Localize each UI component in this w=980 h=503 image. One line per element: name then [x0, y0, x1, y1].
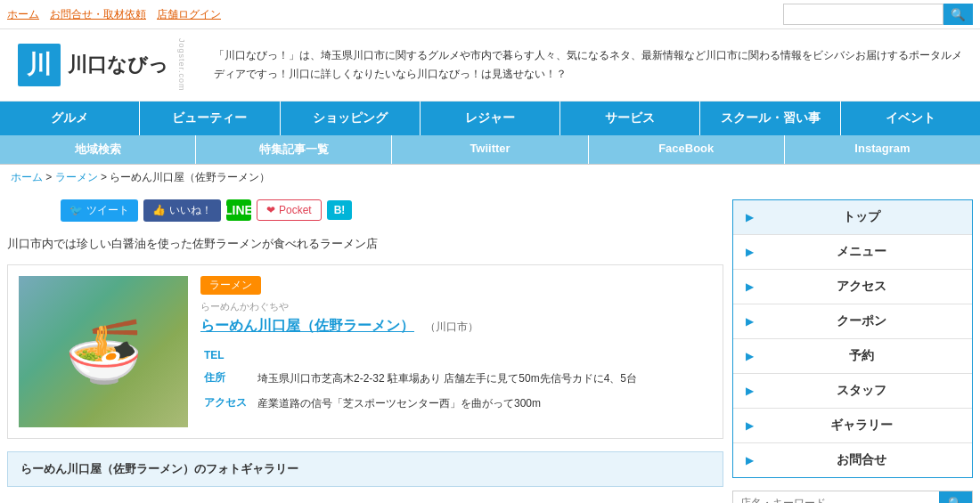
shop-login-link[interactable]: 店舗ログイン [157, 7, 221, 22]
sidebar: ▶ トップ ▶ メニュー ▶ アクセス ▶ クーポン ▶ 予約 ▶ スタッフ [732, 191, 973, 503]
sidebar-staff-label: スタッフ [763, 383, 960, 399]
like-icon: 👍 [152, 204, 166, 216]
sidebar-menu-item[interactable]: ▶ メニュー [733, 235, 972, 270]
logo-icon: 川 [18, 44, 61, 86]
sidebar-contact[interactable]: ▶ お問合せ [733, 443, 972, 477]
nav-school[interactable]: スクール・習い事 [700, 101, 840, 135]
top-nav: ホーム お問合せ・取材依頼 店舗ログイン [7, 7, 783, 22]
subnav-area[interactable]: 地域検索 [0, 135, 196, 164]
table-row-address: 住所 埼玉県川口市芝高木2-2-32 駐車場あり 店舗左手に見て50m先信号カド… [200, 366, 712, 391]
sub-nav: 地域検索 特集記事一覧 Twiitter FaceBook Instagram [0, 135, 980, 165]
tweet-button[interactable]: 🐦 ツイート [61, 199, 138, 222]
pocket-label: Pocket [279, 204, 312, 216]
line-button[interactable]: LINE [226, 199, 251, 221]
top-search-button[interactable]: 🔍 [943, 4, 973, 25]
main-nav: グルメ ビューティー ショッピング レジャー サービス スクール・習い事 イベン… [0, 101, 980, 135]
sidebar-arrow-access: ▶ [746, 280, 754, 293]
content-wrapper: 🐦 ツイート 👍 いいね！ LINE ❤ Pocket B! 川口市内では珍しい… [0, 191, 980, 503]
sidebar-gallery[interactable]: ▶ ギャラリー [733, 409, 972, 443]
sidebar-top-label: トップ [763, 209, 960, 225]
nav-gourmet[interactable]: グルメ [0, 101, 140, 135]
info-table: TEL 住所 埼玉県川口市芝高木2-2-32 駐車場あり 店舗左手に見て50m先… [200, 345, 712, 416]
logo-area: 川 川口なびっ Jogster.com [18, 38, 196, 92]
subnav-twitter[interactable]: Twiitter [392, 135, 588, 164]
home-link[interactable]: ホーム [7, 7, 39, 22]
sidebar-arrow-staff: ▶ [746, 385, 754, 397]
restaurant-card: 🍜 ラーメン らーめんかわぐちや らーめん川口屋（佐野ラーメン） （川口市） T… [7, 264, 723, 439]
b-label: B! [334, 204, 346, 216]
logo-watermark: Jogster.com [177, 38, 186, 92]
site-description: 「川口なびっ！」は、埼玉県川口市に関するグルメや市内で暮らす人々、気になるネタ、… [214, 46, 962, 83]
pocket-icon: ❤ [266, 204, 275, 216]
sidebar-arrow-reservation: ▶ [746, 350, 754, 362]
sidebar-coupon[interactable]: ▶ クーポン [733, 304, 972, 339]
restaurant-image: 🍜 [19, 276, 188, 427]
nav-event[interactable]: イベント [841, 101, 980, 135]
category-badge: ラーメン [200, 276, 261, 295]
sidebar-coupon-label: クーポン [763, 313, 960, 329]
shop-name[interactable]: らーめん川口屋（佐野ラーメン） [200, 318, 414, 333]
sidebar-gallery-label: ギャラリー [763, 418, 960, 434]
line-icon: LINE [225, 203, 253, 217]
address-label: 住所 [200, 366, 254, 391]
gallery-section: らーめん川口屋（佐野ラーメン）のフォトギャラリー [7, 451, 723, 487]
nav-beauty[interactable]: ビューティー [140, 101, 280, 135]
restaurant-card-inner: 🍜 ラーメン らーめんかわぐちや らーめん川口屋（佐野ラーメン） （川口市） T… [19, 276, 712, 427]
subnav-special[interactable]: 特集記事一覧 [196, 135, 392, 164]
pocket-button[interactable]: ❤ Pocket [257, 199, 322, 221]
nav-leisure[interactable]: レジャー [421, 101, 560, 135]
breadcrumb-home[interactable]: ホーム [11, 171, 43, 183]
address-value: 埼玉県川口市芝高木2-2-32 駐車場あり 店舗左手に見て50m先信号カドに4、… [254, 366, 712, 391]
nav-service[interactable]: サービス [560, 101, 700, 135]
like-label: いいね！ [169, 203, 212, 218]
article-intro: 川口市内では珍しい白醤油を使った佐野ラーメンが食べれるラーメン店 [7, 232, 723, 256]
sidebar-menu-label: メニュー [763, 244, 960, 260]
breadcrumb-sep2: > [101, 171, 110, 183]
tweet-label: ツイート [86, 203, 129, 218]
sidebar-contact-label: お問合せ [763, 452, 960, 468]
access-label: アクセス [200, 391, 254, 416]
restaurant-info: ラーメン らーめんかわぐちや らーめん川口屋（佐野ラーメン） （川口市） TEL… [200, 276, 712, 427]
twitter-icon: 🐦 [69, 204, 83, 216]
sidebar-access-label: アクセス [763, 279, 960, 295]
subnav-facebook[interactable]: FaceBook [589, 135, 785, 164]
sidebar-arrow-gallery: ▶ [746, 419, 754, 432]
sidebar-arrow-menu: ▶ [746, 246, 754, 258]
like-button[interactable]: 👍 いいね！ [143, 199, 221, 222]
sidebar-search: 🔍 [732, 491, 973, 503]
logo-text: 川口なびっ [68, 52, 168, 78]
main-content: 🐦 ツイート 👍 いいね！ LINE ❤ Pocket B! 川口市内では珍しい… [7, 191, 723, 503]
sidebar-access[interactable]: ▶ アクセス [733, 270, 972, 304]
nav-shopping[interactable]: ショッピング [281, 101, 421, 135]
sidebar-staff[interactable]: ▶ スタッフ [733, 374, 972, 409]
top-bar: ホーム お問合せ・取材依頼 店舗ログイン 🔍 [0, 0, 980, 29]
shop-location: （川口市） [425, 320, 478, 333]
sidebar-arrow-contact: ▶ [746, 454, 754, 466]
social-buttons: 🐦 ツイート 👍 いいね！ LINE ❤ Pocket B! [61, 199, 723, 222]
breadcrumb-sep1: > [45, 171, 54, 183]
breadcrumb-category[interactable]: ラーメン [55, 171, 98, 183]
contact-link[interactable]: お問合せ・取材依頼 [50, 7, 146, 22]
sidebar-reservation-label: 予約 [763, 348, 960, 364]
sidebar-arrow-coupon: ▶ [746, 315, 754, 328]
sidebar-reservation[interactable]: ▶ 予約 [733, 339, 972, 374]
b-button[interactable]: B! [327, 200, 353, 220]
image-placeholder: 🍜 [19, 276, 188, 427]
sidebar-top[interactable]: ▶ トップ [733, 200, 972, 235]
header: 川 川口なびっ Jogster.com 「川口なびっ！」は、埼玉県川口市に関する… [0, 29, 980, 101]
tel-value [254, 345, 712, 366]
table-row-access: アクセス 産業道路の信号「芝スポーツセンター西」を曲がって300m [200, 391, 712, 416]
ramen-icon: 🍜 [65, 315, 143, 388]
breadcrumb: ホーム > ラーメン > らーめん川口屋（佐野ラーメン） [0, 165, 980, 191]
table-row-tel: TEL [200, 345, 712, 366]
sidebar-search-button[interactable]: 🔍 [939, 491, 972, 503]
tel-label: TEL [200, 345, 254, 366]
top-search-input[interactable] [783, 4, 943, 25]
top-search: 🔍 [783, 4, 973, 25]
sidebar-arrow-top: ▶ [746, 211, 754, 223]
subnav-instagram[interactable]: Instagram [785, 135, 980, 164]
sidebar-nav: ▶ トップ ▶ メニュー ▶ アクセス ▶ クーポン ▶ 予約 ▶ スタッフ [732, 199, 973, 478]
breadcrumb-current: らーめん川口屋（佐野ラーメン） [110, 171, 270, 183]
access-value: 産業道路の信号「芝スポーツセンター西」を曲がって300m [254, 391, 712, 416]
sidebar-search-input[interactable] [733, 491, 939, 503]
